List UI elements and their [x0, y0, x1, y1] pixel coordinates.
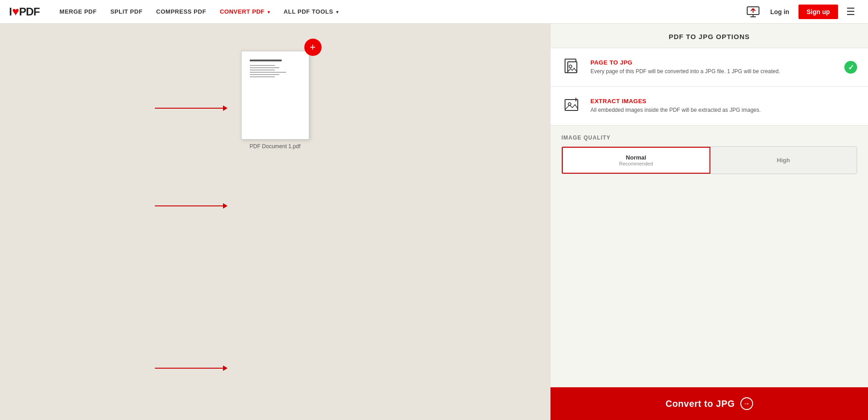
option-extract-images-desc: All embedded images inside the PDF will … [590, 106, 857, 114]
checkmark-icon: ✓ [848, 63, 854, 72]
quality-normal-button[interactable]: Normal Recommended [562, 147, 710, 174]
panel-title: PDF TO JPG OPTIONS [551, 24, 868, 48]
pdf-thumbnail [241, 51, 309, 140]
plus-icon: + [310, 42, 316, 52]
arrow-line-2 [155, 205, 223, 206]
quality-normal-sublabel: Recommended [567, 161, 705, 166]
pdf-line-2 [250, 67, 279, 68]
pdf-filename: PDF Document 1.pdf [249, 143, 300, 150]
nav-compress-pdf[interactable]: COMPRESS PDF [150, 5, 213, 18]
pdf-line-5 [250, 74, 279, 75]
pdf-line-4 [250, 72, 286, 73]
option-extract-images-title: EXTRACT IMAGES [590, 98, 857, 105]
quality-buttons-group: Normal Recommended High [561, 146, 857, 174]
pdf-line-6 [250, 76, 275, 77]
option-page-to-jpg-title: PAGE TO JPG [590, 59, 844, 66]
all-tools-arrow: ▾ [335, 10, 339, 15]
quality-high-button[interactable]: High [710, 147, 857, 174]
main-nav: MERGE PDF SPLIT PDF COMPRESS PDF CONVERT… [53, 5, 745, 18]
pdf-title-line [250, 60, 282, 61]
right-panel: PDF TO JPG OPTIONS PAGE TO JPG Every pag… [550, 24, 868, 420]
arrow-head-3 [223, 365, 228, 371]
quality-normal-label: Normal [626, 154, 646, 161]
content-area: 1 + PDF Document 1.pdf [0, 24, 550, 420]
nav-convert-pdf[interactable]: CONVERT PDF ▾ [213, 5, 276, 18]
logo-text: I♥PDF [9, 5, 40, 19]
pdf-line-1 [250, 65, 275, 66]
logo-heart: ♥ [12, 5, 19, 18]
login-button[interactable]: Log in [766, 5, 794, 18]
logo-i: I [9, 5, 12, 18]
convert-arrow-circle: → [740, 397, 753, 410]
option-extract-images[interactable]: EXTRACT IMAGES All embedded images insid… [551, 87, 868, 125]
hamburger-menu[interactable]: ☰ [843, 4, 859, 20]
option-page-to-jpg-desc: Every page of this PDF will be converted… [590, 68, 844, 75]
main-layout: 1 + PDF Document 1.pdf [0, 24, 868, 420]
nav-all-tools[interactable]: ALL PDF TOOLS ▾ [277, 5, 345, 18]
option-page-to-jpg[interactable]: PAGE TO JPG Every page of this PDF will … [551, 48, 868, 87]
image-quality-section: IMAGE QUALITY Normal Recommended High [551, 125, 868, 183]
arrow-line-1 [155, 108, 223, 109]
arrow-to-page-option [155, 105, 228, 111]
extract-images-icon [563, 97, 581, 115]
arrow-to-convert [155, 365, 228, 371]
quality-high-label: High [777, 157, 790, 164]
nav-merge-pdf[interactable]: MERGE PDF [53, 5, 103, 18]
convert-arrow-icon: → [743, 400, 751, 408]
option-page-to-jpg-text: PAGE TO JPG Every page of this PDF will … [590, 59, 844, 75]
image-quality-label: IMAGE QUALITY [561, 135, 857, 141]
page-to-jpg-icon-box [561, 56, 583, 78]
signup-button[interactable]: Sign up [799, 5, 838, 19]
monitor-icon[interactable] [745, 4, 761, 20]
convert-button-label: Convert to JPG [665, 399, 735, 409]
option-extract-images-text: EXTRACT IMAGES All embedded images insid… [590, 98, 857, 114]
add-files-button[interactable]: + [304, 39, 322, 56]
page-to-jpg-icon [563, 58, 581, 76]
nav-split-pdf[interactable]: SPLIT PDF [104, 5, 149, 18]
arrow-head-1 [223, 105, 228, 111]
arrow-head-2 [223, 203, 228, 209]
logo[interactable]: I♥PDF [9, 5, 40, 19]
convert-button[interactable]: Convert to JPG → [551, 387, 868, 420]
pdf-line-3 [250, 70, 275, 70]
arrow-to-quality [155, 203, 228, 209]
pdf-content-preview [250, 60, 286, 77]
option-page-to-jpg-check: ✓ [844, 61, 857, 74]
pdf-file-container: 1 + PDF Document 1.pdf [241, 51, 309, 150]
logo-pdf: PDF [19, 5, 40, 18]
panel-spacer [551, 183, 868, 387]
arrow-line-3 [155, 368, 223, 369]
convert-pdf-arrow: ▾ [266, 10, 270, 15]
extract-images-icon-box [561, 95, 583, 117]
header-right: Log in Sign up ☰ [745, 4, 859, 20]
header: I♥PDF MERGE PDF SPLIT PDF COMPRESS PDF C… [0, 0, 868, 24]
